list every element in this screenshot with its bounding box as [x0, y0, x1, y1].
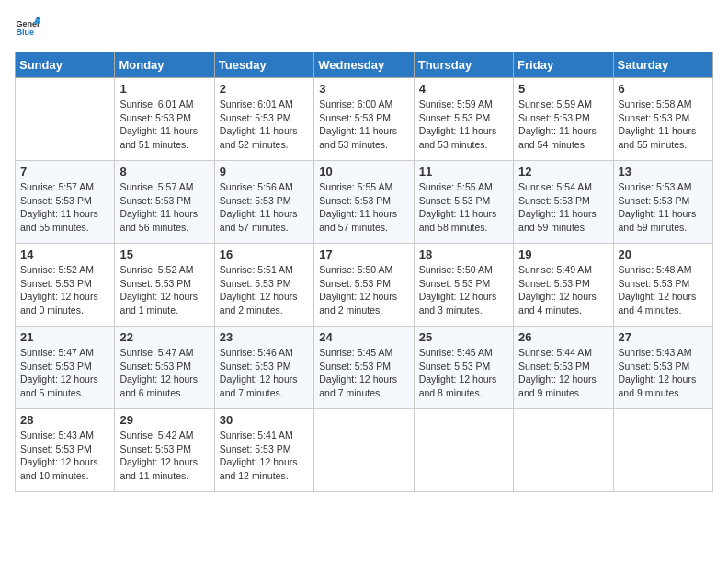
calendar-cell: 29Sunrise: 5:42 AMSunset: 5:53 PMDayligh…: [115, 409, 214, 492]
day-info: Sunrise: 5:50 AMSunset: 5:53 PMDaylight:…: [319, 263, 408, 317]
calendar-week-row: 21Sunrise: 5:47 AMSunset: 5:53 PMDayligh…: [16, 327, 713, 409]
day-number: 16: [220, 247, 309, 261]
day-info: Sunrise: 5:48 AMSunset: 5:53 PMDaylight:…: [619, 263, 708, 317]
calendar-cell: 30Sunrise: 5:41 AMSunset: 5:53 PMDayligh…: [214, 409, 313, 492]
day-number: 24: [319, 330, 408, 344]
calendar-cell: 15Sunrise: 5:52 AMSunset: 5:53 PMDayligh…: [115, 244, 214, 327]
day-info: Sunrise: 5:52 AMSunset: 5:53 PMDaylight:…: [20, 263, 109, 317]
day-number: 6: [619, 82, 708, 96]
calendar-cell: 9Sunrise: 5:56 AMSunset: 5:53 PMDaylight…: [214, 161, 313, 244]
day-info: Sunrise: 5:50 AMSunset: 5:53 PMDaylight:…: [419, 263, 508, 317]
day-number: 30: [220, 413, 309, 427]
calendar-cell: [613, 409, 712, 492]
day-info: Sunrise: 5:45 AMSunset: 5:53 PMDaylight:…: [319, 346, 408, 400]
calendar-cell: 7Sunrise: 5:57 AMSunset: 5:53 PMDaylight…: [16, 161, 115, 244]
calendar-cell: 1Sunrise: 6:01 AMSunset: 5:53 PMDaylight…: [115, 78, 214, 161]
calendar-cell: [514, 409, 613, 492]
svg-text:Blue: Blue: [16, 28, 34, 37]
day-info: Sunrise: 5:47 AMSunset: 5:53 PMDaylight:…: [20, 346, 109, 400]
header-sunday: Sunday: [16, 52, 115, 78]
calendar-cell: 5Sunrise: 5:59 AMSunset: 5:53 PMDaylight…: [514, 78, 613, 161]
calendar-cell: 21Sunrise: 5:47 AMSunset: 5:53 PMDayligh…: [16, 327, 115, 409]
calendar-cell: 10Sunrise: 5:55 AMSunset: 5:53 PMDayligh…: [314, 161, 414, 244]
day-number: 17: [319, 247, 408, 261]
day-info: Sunrise: 5:58 AMSunset: 5:53 PMDaylight:…: [619, 98, 708, 152]
page-header: General Blue: [15, 15, 713, 40]
calendar-cell: 11Sunrise: 5:55 AMSunset: 5:53 PMDayligh…: [414, 161, 513, 244]
calendar-cell: 13Sunrise: 5:53 AMSunset: 5:53 PMDayligh…: [613, 161, 712, 244]
calendar-header-row: SundayMondayTuesdayWednesdayThursdayFrid…: [16, 52, 713, 78]
calendar-cell: 6Sunrise: 5:58 AMSunset: 5:53 PMDaylight…: [613, 78, 712, 161]
day-number: 25: [419, 330, 508, 344]
day-number: 29: [119, 413, 209, 427]
calendar-cell: 25Sunrise: 5:45 AMSunset: 5:53 PMDayligh…: [414, 327, 513, 409]
calendar-cell: 24Sunrise: 5:45 AMSunset: 5:53 PMDayligh…: [314, 327, 414, 409]
calendar-cell: [414, 409, 513, 492]
day-number: 9: [220, 165, 309, 178]
day-info: Sunrise: 5:51 AMSunset: 5:53 PMDaylight:…: [220, 263, 309, 317]
day-number: 2: [220, 82, 309, 96]
day-info: Sunrise: 5:59 AMSunset: 5:53 PMDaylight:…: [518, 98, 608, 152]
day-info: Sunrise: 5:57 AMSunset: 5:53 PMDaylight:…: [119, 180, 209, 235]
day-info: Sunrise: 5:44 AMSunset: 5:53 PMDaylight:…: [518, 346, 608, 400]
calendar-cell: 26Sunrise: 5:44 AMSunset: 5:53 PMDayligh…: [514, 327, 613, 409]
day-info: Sunrise: 6:00 AMSunset: 5:53 PMDaylight:…: [319, 98, 408, 152]
day-number: 4: [419, 82, 508, 96]
day-number: 20: [619, 247, 708, 261]
logo: General Blue: [15, 15, 40, 40]
calendar-cell: 16Sunrise: 5:51 AMSunset: 5:53 PMDayligh…: [214, 244, 313, 327]
header-friday: Friday: [514, 52, 613, 78]
day-number: 3: [319, 82, 408, 96]
day-info: Sunrise: 5:54 AMSunset: 5:53 PMDaylight:…: [518, 180, 608, 235]
calendar-week-row: 28Sunrise: 5:43 AMSunset: 5:53 PMDayligh…: [16, 409, 713, 492]
day-number: 1: [119, 82, 209, 96]
calendar-cell: 14Sunrise: 5:52 AMSunset: 5:53 PMDayligh…: [16, 244, 115, 327]
calendar-cell: 27Sunrise: 5:43 AMSunset: 5:53 PMDayligh…: [613, 327, 712, 409]
calendar-cell: 3Sunrise: 6:00 AMSunset: 5:53 PMDaylight…: [314, 78, 414, 161]
calendar-cell: 20Sunrise: 5:48 AMSunset: 5:53 PMDayligh…: [613, 244, 712, 327]
calendar-cell: 22Sunrise: 5:47 AMSunset: 5:53 PMDayligh…: [115, 327, 214, 409]
day-number: 12: [518, 165, 608, 178]
calendar-cell: [314, 409, 414, 492]
day-number: 26: [518, 330, 608, 344]
header-thursday: Thursday: [414, 52, 513, 78]
day-info: Sunrise: 5:55 AMSunset: 5:53 PMDaylight:…: [319, 180, 408, 235]
day-info: Sunrise: 5:52 AMSunset: 5:53 PMDaylight:…: [119, 263, 209, 317]
day-info: Sunrise: 5:46 AMSunset: 5:53 PMDaylight:…: [220, 346, 309, 400]
day-info: Sunrise: 6:01 AMSunset: 5:53 PMDaylight:…: [220, 98, 309, 152]
header-saturday: Saturday: [613, 52, 712, 78]
svg-marker-2: [35, 16, 40, 19]
day-info: Sunrise: 5:43 AMSunset: 5:53 PMDaylight:…: [20, 429, 109, 483]
calendar-cell: 4Sunrise: 5:59 AMSunset: 5:53 PMDaylight…: [414, 78, 513, 161]
header-wednesday: Wednesday: [314, 52, 414, 78]
calendar-cell: [16, 78, 115, 161]
calendar-table: SundayMondayTuesdayWednesdayThursdayFrid…: [15, 52, 713, 492]
day-number: 14: [20, 247, 109, 261]
day-info: Sunrise: 5:42 AMSunset: 5:53 PMDaylight:…: [119, 429, 209, 483]
day-number: 8: [119, 165, 209, 178]
calendar-cell: 28Sunrise: 5:43 AMSunset: 5:53 PMDayligh…: [16, 409, 115, 492]
calendar-week-row: 7Sunrise: 5:57 AMSunset: 5:53 PMDaylight…: [16, 161, 713, 244]
day-number: 21: [20, 330, 109, 344]
day-number: 28: [20, 413, 109, 427]
day-info: Sunrise: 6:01 AMSunset: 5:53 PMDaylight:…: [119, 98, 209, 152]
calendar-cell: 8Sunrise: 5:57 AMSunset: 5:53 PMDaylight…: [115, 161, 214, 244]
day-info: Sunrise: 5:49 AMSunset: 5:53 PMDaylight:…: [518, 263, 608, 317]
header-monday: Monday: [115, 52, 214, 78]
day-number: 10: [319, 165, 408, 178]
day-number: 5: [518, 82, 608, 96]
day-info: Sunrise: 5:43 AMSunset: 5:53 PMDaylight:…: [619, 346, 708, 400]
day-info: Sunrise: 5:47 AMSunset: 5:53 PMDaylight:…: [119, 346, 209, 400]
day-info: Sunrise: 5:57 AMSunset: 5:53 PMDaylight:…: [20, 180, 109, 235]
day-number: 27: [619, 330, 708, 344]
calendar-week-row: 14Sunrise: 5:52 AMSunset: 5:53 PMDayligh…: [16, 244, 713, 327]
calendar-cell: 12Sunrise: 5:54 AMSunset: 5:53 PMDayligh…: [514, 161, 613, 244]
calendar-cell: 17Sunrise: 5:50 AMSunset: 5:53 PMDayligh…: [314, 244, 414, 327]
day-number: 18: [419, 247, 508, 261]
day-number: 11: [419, 165, 508, 178]
calendar-cell: 2Sunrise: 6:01 AMSunset: 5:53 PMDaylight…: [214, 78, 313, 161]
day-info: Sunrise: 5:59 AMSunset: 5:53 PMDaylight:…: [419, 98, 508, 152]
day-number: 23: [220, 330, 309, 344]
calendar-cell: 23Sunrise: 5:46 AMSunset: 5:53 PMDayligh…: [214, 327, 313, 409]
header-tuesday: Tuesday: [214, 52, 313, 78]
